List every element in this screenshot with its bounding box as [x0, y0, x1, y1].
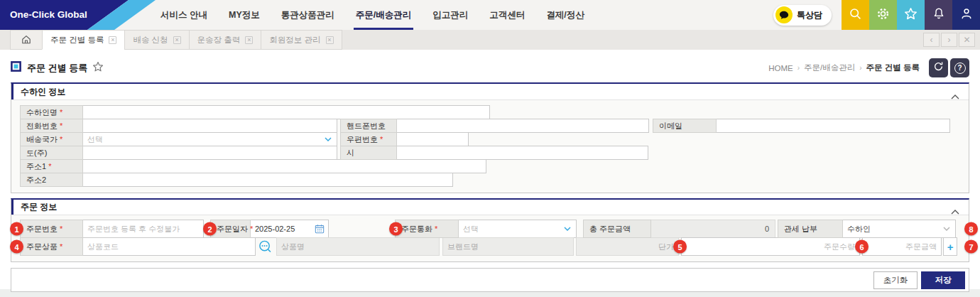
order-row-1: 1 주문번호* 2 주문일자* 3 주문통화* 선택 총 주문금액 0 관세 납… — [20, 220, 960, 238]
order-no-input[interactable] — [82, 220, 204, 238]
top-header: One-Click Global 서비스 안내 MY정보 통관상품관리 주문/배… — [0, 0, 980, 30]
chat-bubble-icon — [775, 6, 793, 23]
brand-logo-text: One-Click Global — [10, 9, 87, 20]
close-icon[interactable]: × — [245, 36, 253, 44]
required-mark: * — [380, 135, 383, 144]
search-button[interactable] — [842, 0, 869, 30]
tab-next-button[interactable]: › — [941, 33, 957, 47]
save-button[interactable]: 저장 — [921, 271, 965, 289]
email-label: 이메일 — [653, 119, 717, 133]
form-row-name: 수하인명* — [20, 105, 960, 119]
form-row-country: 배송국가* 선택 우편번호* — [20, 132, 960, 146]
recipient-name-input[interactable] — [82, 105, 490, 119]
tab-member-info[interactable]: 회원정보 관리 × — [261, 30, 342, 50]
order-row-2: 4 주문상품* 5 6 + 7 — [20, 237, 960, 256]
mobile-input[interactable] — [396, 119, 649, 133]
breadcrumb-order-delivery[interactable]: 주문/배송관리 — [804, 63, 855, 73]
recipient-form: 수하인명* 전화번호* 핸드폰번호 이메일 배송국가* 선택 우편번호* — [11, 100, 969, 193]
plus-icon: + — [947, 241, 954, 253]
guide-button[interactable] — [929, 58, 948, 77]
form-row-phone: 전화번호* 핸드폰번호 이메일 — [20, 119, 960, 133]
required-mark: * — [60, 242, 62, 251]
product-code-input[interactable] — [82, 237, 256, 256]
order-no-label: 주문번호* — [20, 220, 83, 238]
talk-consult-button[interactable]: 톡상담 — [773, 5, 832, 26]
tab-home[interactable] — [10, 30, 43, 50]
title-right-area: HOME › 주문/배송관리 › 주문 건별 등록 ? — [768, 58, 969, 77]
tab-label: 주문 건별 등록 — [50, 35, 104, 45]
close-icon[interactable]: × — [109, 36, 116, 44]
breadcrumb-home[interactable]: HOME — [768, 64, 793, 72]
tab-bar: 주문 건별 등록 × 배송 신청 × 운송장 출력 × 회원정보 관리 × ‹ … — [0, 30, 980, 50]
state-input[interactable] — [82, 146, 337, 160]
order-qty-input[interactable] — [681, 237, 860, 256]
recipient-section-title: 수하인 정보 — [21, 86, 65, 98]
required-mark: * — [60, 108, 62, 117]
nav-item-order-delivery[interactable]: 주문/배송관리 — [356, 0, 411, 30]
step-badge-7: 7 — [964, 240, 978, 254]
tab-waybill-print[interactable]: 운송장 출력 × — [189, 30, 262, 50]
header-utilities: 톡상담 — [773, 0, 980, 30]
city-input[interactable] — [396, 146, 648, 160]
addr2-input[interactable] — [82, 173, 453, 187]
breadcrumb-separator: › — [797, 64, 800, 72]
required-mark: * — [60, 135, 62, 144]
product-search-button[interactable] — [256, 237, 274, 256]
close-icon[interactable]: × — [173, 36, 181, 44]
tab-label: 회원정보 관리 — [269, 35, 320, 45]
customs-select[interactable]: 수하인 — [842, 220, 956, 238]
step-badge-8: 8 — [964, 222, 978, 236]
order-amount-input[interactable] — [862, 237, 942, 256]
tab-order-register[interactable]: 주문 건별 등록 × — [42, 30, 125, 50]
order-date-field — [250, 220, 329, 238]
page-title: 주문 건별 등록 — [27, 62, 87, 75]
nav-item-customs-products[interactable]: 통관상품관리 — [281, 0, 334, 30]
order-section-header: 주문 정보 — [11, 200, 969, 215]
notifications-button[interactable] — [925, 0, 952, 30]
app-window: One-Click Global 서비스 안내 MY정보 통관상품관리 주문/배… — [0, 0, 980, 289]
step-badge-1: 1 — [10, 222, 23, 236]
help-button[interactable]: ? — [950, 58, 969, 77]
favorites-button[interactable] — [897, 0, 925, 30]
addr2-label: 주소2 — [20, 173, 83, 187]
form-row-state: 도(주) 시 — [20, 146, 960, 160]
refresh-circle-icon — [932, 60, 944, 75]
nav-item-my-info[interactable]: MY정보 — [229, 0, 260, 30]
nav-item-inbound[interactable]: 입고관리 — [432, 0, 468, 30]
country-select[interactable]: 선택 — [82, 132, 337, 146]
tab-delivery-request[interactable]: 배송 신청 × — [124, 30, 189, 50]
brand-logo[interactable]: One-Click Global — [0, 0, 156, 30]
settings-button[interactable] — [869, 0, 897, 30]
question-icon: ? — [954, 63, 966, 74]
currency-select[interactable]: 선택 — [458, 220, 577, 238]
action-bar: 초기화 저장 — [11, 268, 969, 292]
calendar-icon[interactable] — [315, 224, 325, 234]
addr1-label: 주소1* — [20, 159, 83, 173]
nav-item-service-guide[interactable]: 서비스 안내 — [160, 0, 207, 30]
reset-button[interactable]: 초기화 — [873, 271, 918, 289]
addr1-input[interactable] — [82, 159, 486, 173]
person-icon — [960, 7, 973, 23]
required-mark: * — [60, 122, 62, 130]
zip-input[interactable] — [396, 132, 469, 146]
tab-prev-button[interactable]: ‹ — [923, 33, 940, 47]
order-section-title: 주문 정보 — [21, 201, 57, 213]
profile-button[interactable] — [952, 0, 980, 30]
nav-item-customer-center[interactable]: 고객센터 — [489, 0, 525, 30]
email-input[interactable] — [716, 119, 950, 133]
brand-name-input — [442, 237, 574, 256]
tab-scroll-controls: ‹ › ✕ — [923, 33, 975, 47]
close-icon[interactable]: × — [326, 36, 334, 44]
state-label: 도(주) — [20, 146, 83, 160]
breadcrumb-current: 주문 건별 등록 — [866, 63, 920, 73]
tab-close-all-button[interactable]: ✕ — [959, 33, 975, 47]
favorite-star-icon[interactable] — [92, 61, 104, 75]
nav-item-payment[interactable]: 결제/정산 — [546, 0, 584, 30]
customs-select-value: 수하인 — [847, 224, 871, 234]
add-product-button[interactable]: + — [943, 237, 957, 256]
breadcrumb-separator: › — [859, 64, 861, 72]
page-title-row: 주문 건별 등록 HOME › 주문/배송관리 › 주문 건별 등록 ? — [11, 58, 969, 77]
main-nav: 서비스 안내 MY정보 통관상품관리 주문/배송관리 입고관리 고객센터 결제/… — [160, 0, 584, 30]
phone-input[interactable] — [82, 119, 337, 133]
step-badge-5: 5 — [673, 240, 687, 254]
